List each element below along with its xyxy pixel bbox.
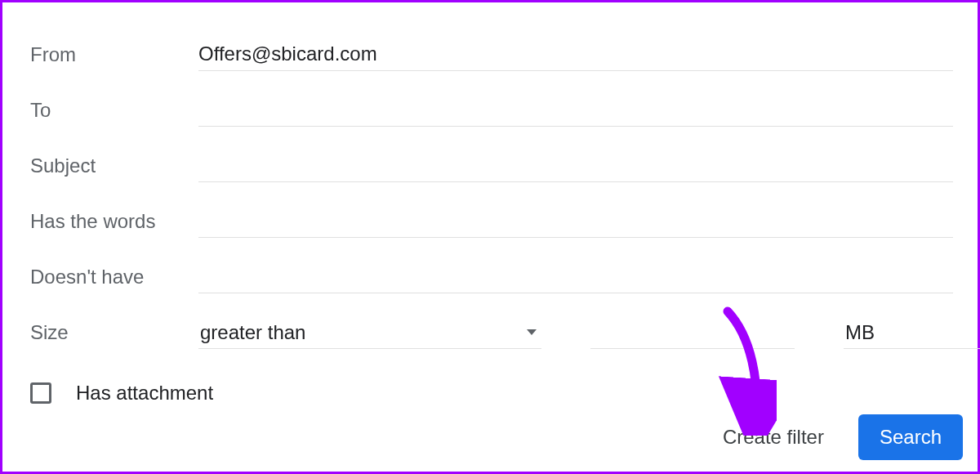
has-attachment-label: Has attachment <box>76 382 213 405</box>
has-words-label: Has the words <box>30 210 198 233</box>
form-area: From Offers@sbicard.com To Subject Has t… <box>2 2 978 405</box>
row-to: To <box>30 83 953 138</box>
size-comparator-select[interactable]: greater than <box>198 316 541 349</box>
from-input[interactable]: Offers@sbicard.com <box>198 38 953 71</box>
create-filter-button[interactable]: Create filter <box>723 426 824 449</box>
row-from: From Offers@sbicard.com <box>30 27 953 83</box>
row-subject: Subject <box>30 138 953 194</box>
doesnt-have-label: Doesn't have <box>30 266 198 288</box>
to-label: To <box>30 99 198 122</box>
size-unit-select[interactable]: MB <box>844 316 980 349</box>
to-input[interactable] <box>198 94 953 127</box>
has-words-input[interactable] <box>198 205 953 238</box>
row-has-attachment: Has attachment <box>30 382 953 405</box>
size-label: Size <box>30 321 198 344</box>
from-label: From <box>30 43 198 66</box>
size-controls: greater than MB <box>198 316 980 349</box>
footer-actions: Create filter Search <box>723 414 963 460</box>
row-size: Size greater than MB <box>30 305 953 360</box>
size-unit-value: MB <box>845 321 875 344</box>
row-has-words: Has the words <box>30 194 953 249</box>
subject-input[interactable] <box>198 150 953 182</box>
subject-label: Subject <box>30 154 198 177</box>
size-comparator-value: greater than <box>200 321 305 344</box>
doesnt-have-input[interactable] <box>198 261 953 293</box>
filter-dialog: From Offers@sbicard.com To Subject Has t… <box>0 0 980 474</box>
chevron-down-icon <box>527 329 537 335</box>
row-doesnt-have: Doesn't have <box>30 249 953 305</box>
search-button[interactable]: Search <box>858 414 963 460</box>
has-attachment-checkbox[interactable] <box>30 382 51 404</box>
size-value-input[interactable] <box>590 316 795 349</box>
